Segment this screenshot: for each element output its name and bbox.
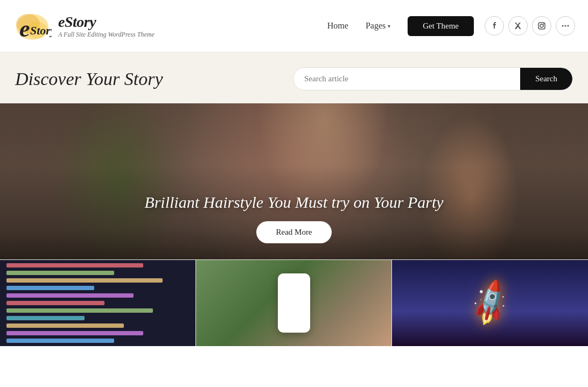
chevron-down-icon: ▾ (388, 23, 390, 29)
svg-text:Story: Story (30, 24, 52, 37)
article-card-1 (0, 260, 196, 346)
nav-home[interactable]: Home (327, 21, 348, 31)
read-more-button[interactable]: Read More (256, 221, 331, 243)
hero-banner: Brilliant Hairstyle You Must try on Your… (0, 103, 588, 259)
site-subtitle: A Full Site Editing WordPress Theme (58, 31, 155, 39)
article-thumb-rocket: 🚀 (392, 260, 588, 346)
svg-point-7 (543, 24, 544, 25)
nav-pages[interactable]: Pages ▾ (366, 21, 390, 31)
twitter-icon[interactable] (508, 16, 528, 36)
svg-point-6 (540, 24, 543, 27)
social-icons (485, 16, 575, 36)
get-theme-button[interactable]: Get Theme (408, 16, 474, 36)
hero-content: Brilliant Hairstyle You Must try on Your… (0, 193, 588, 243)
article-thumb-phone (196, 260, 391, 346)
code-thumbnail (0, 260, 195, 346)
logo-text-group: eStory A Full Site Editing WordPress The… (58, 13, 155, 39)
hero-title: Brilliant Hairstyle You Must try on Your… (144, 193, 443, 212)
article-grid: 🚀 (0, 259, 588, 346)
search-input[interactable] (293, 68, 520, 90)
more-social-icon[interactable] (556, 16, 575, 36)
article-thumb-code (0, 260, 195, 346)
logo-area: e Story eStory A Full Site Editing WordP… (13, 6, 327, 45)
svg-point-10 (568, 25, 569, 27)
phone-shape (278, 273, 310, 333)
rocket-thumbnail: 🚀 (392, 260, 588, 346)
article-card-2 (196, 260, 392, 346)
phone-thumbnail (196, 260, 391, 346)
site-header: e Story eStory A Full Site Editing WordP… (0, 0, 588, 52)
facebook-icon[interactable] (485, 16, 504, 36)
main-nav: Home Pages ▾ Get Theme (327, 16, 474, 36)
article-card-3: 🚀 (392, 260, 588, 346)
rocket-icon: 🚀 (463, 277, 517, 330)
site-title: eStory (58, 13, 155, 31)
logo-icon[interactable]: e Story (13, 6, 52, 45)
instagram-icon[interactable] (532, 16, 551, 36)
search-bar: Search (293, 67, 573, 90)
svg-text:e: e (19, 16, 30, 42)
search-section: Discover Your Story Search (0, 52, 588, 103)
svg-point-8 (562, 25, 564, 27)
search-button[interactable]: Search (520, 68, 572, 90)
svg-point-9 (565, 25, 566, 27)
discover-title: Discover Your Story (15, 69, 163, 89)
